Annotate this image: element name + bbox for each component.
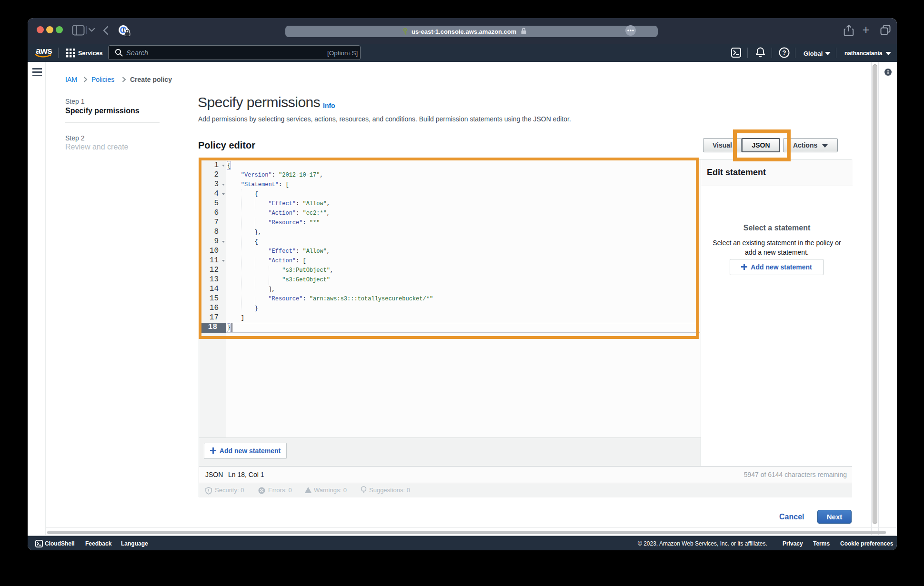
svg-text:?: ? [782,49,786,56]
